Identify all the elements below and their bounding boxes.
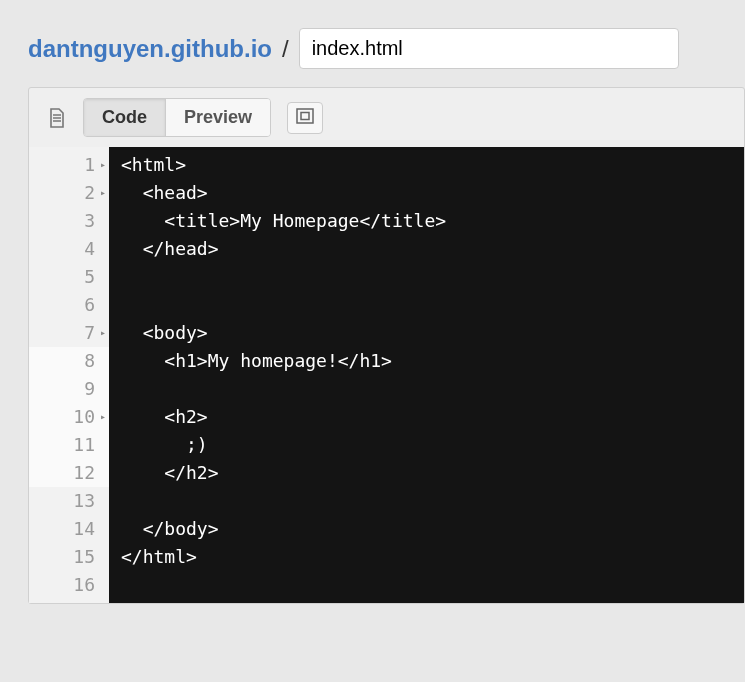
line-number: 7▸	[29, 319, 109, 347]
code-line[interactable]: </html>	[109, 543, 744, 571]
line-number: 16	[29, 571, 109, 599]
code-line[interactable]: </head>	[109, 235, 744, 263]
line-number: 4	[29, 235, 109, 263]
code-line[interactable]: </body>	[109, 515, 744, 543]
line-number: 6	[29, 291, 109, 319]
svg-rect-0	[297, 109, 313, 123]
editor-panel: Code Preview 1▸2▸34567▸8910▸111213141516…	[28, 87, 745, 604]
code-line[interactable]: <h1>My homepage!</h1>	[109, 347, 744, 375]
fold-toggle-icon[interactable]: ▸	[100, 151, 106, 179]
fullscreen-icon	[296, 108, 314, 127]
line-number: 10▸	[29, 403, 109, 431]
tab-preview[interactable]: Preview	[165, 99, 270, 136]
code-line[interactable]: <head>	[109, 179, 744, 207]
line-number: 15	[29, 543, 109, 571]
code-line[interactable]: <html>	[109, 151, 744, 179]
repo-link[interactable]: dantnguyen.github.io	[28, 35, 272, 63]
code-line[interactable]	[109, 291, 744, 319]
filename-input[interactable]	[299, 28, 679, 69]
document-icon	[41, 102, 73, 134]
code-line[interactable]: ;)	[109, 431, 744, 459]
code-line[interactable]: <body>	[109, 319, 744, 347]
tab-group: Code Preview	[83, 98, 271, 137]
code-line[interactable]: </h2>	[109, 459, 744, 487]
path-separator: /	[282, 35, 289, 63]
fold-toggle-icon[interactable]: ▸	[100, 319, 106, 347]
code-line[interactable]	[109, 375, 744, 403]
fold-toggle-icon[interactable]: ▸	[100, 403, 106, 431]
code-body[interactable]: <html> <head> <title>My Homepage</title>…	[109, 147, 744, 603]
code-line[interactable]: <h2>	[109, 403, 744, 431]
line-gutter: 1▸2▸34567▸8910▸111213141516	[29, 147, 109, 603]
line-number: 11	[29, 431, 109, 459]
breadcrumb: dantnguyen.github.io /	[28, 28, 745, 69]
code-editor[interactable]: 1▸2▸34567▸8910▸111213141516 <html> <head…	[29, 147, 744, 603]
svg-rect-1	[301, 113, 309, 120]
fullscreen-button[interactable]	[287, 102, 323, 134]
line-number: 3	[29, 207, 109, 235]
line-number: 8	[29, 347, 109, 375]
editor-toolbar: Code Preview	[29, 88, 744, 147]
line-number: 2▸	[29, 179, 109, 207]
line-number: 9	[29, 375, 109, 403]
fold-toggle-icon[interactable]: ▸	[100, 179, 106, 207]
code-line[interactable]: <title>My Homepage</title>	[109, 207, 744, 235]
line-number: 12	[29, 459, 109, 487]
code-line[interactable]	[109, 571, 744, 599]
line-number: 14	[29, 515, 109, 543]
code-line[interactable]	[109, 263, 744, 291]
line-number: 5	[29, 263, 109, 291]
line-number: 13	[29, 487, 109, 515]
code-line[interactable]	[109, 487, 744, 515]
line-number: 1▸	[29, 151, 109, 179]
tab-code[interactable]: Code	[84, 99, 165, 136]
